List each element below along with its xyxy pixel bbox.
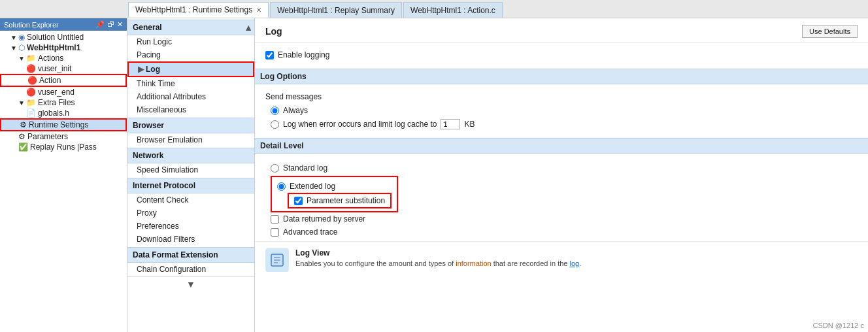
nav-item-additional-attrs[interactable]: Additional Attributes xyxy=(127,90,254,103)
panel-title-text: Log xyxy=(265,26,282,37)
nav-item-content-check[interactable]: Content Check xyxy=(127,193,254,207)
right-panel: Log Use Defaults Enable logging Log Opti… xyxy=(255,18,868,332)
se-header-icons: 📌 🗗 ✕ xyxy=(95,20,123,29)
se-item-vuser-end[interactable]: 🔴 vuser_end xyxy=(0,87,127,97)
nav-item-proxy[interactable]: Proxy xyxy=(127,207,254,220)
solution-icon: ◉ xyxy=(18,33,25,42)
nav-item-speed-simulation[interactable]: Speed Simulation xyxy=(127,163,254,176)
param-sub-row: Parameter substitution xyxy=(288,193,392,208)
radio-standard-label[interactable]: Standard log xyxy=(283,163,327,173)
se-item-globals[interactable]: 📄 globals.h xyxy=(0,108,127,118)
se-item-extra-files[interactable]: ▼ 📁 Extra Files xyxy=(0,97,127,108)
param-sub-checkbox[interactable] xyxy=(294,197,303,205)
tab-runtime[interactable]: WebHttpHtml1 : Runtime Settings ✕ xyxy=(128,2,269,18)
enable-logging-group: Enable logging xyxy=(255,42,868,65)
advanced-trace-row: Advanced trace xyxy=(271,225,858,239)
log-cache-input[interactable] xyxy=(441,119,460,129)
radio-extended-label[interactable]: Extended log xyxy=(290,182,335,191)
lv-highlight: information xyxy=(456,259,491,267)
nav-item-log[interactable]: ▶Log xyxy=(127,61,254,77)
log-options-group: Send messages Always Log when error occu… xyxy=(255,87,868,134)
scroll-up-icon[interactable]: ▲ xyxy=(244,22,253,33)
file-icon: 📄 xyxy=(26,108,36,118)
radio-extended-log-row: Extended log xyxy=(277,180,392,193)
script-icon1: 🔴 xyxy=(26,64,36,73)
left-nav: ▲ General Run Logic Pacing ▶Log Think Ti… xyxy=(127,18,255,332)
data-returned-checkbox[interactable] xyxy=(271,215,279,224)
expand-icon: ▼ xyxy=(10,34,17,41)
log-view-section: Log View Enables you to configure the am… xyxy=(255,241,868,278)
lv-desc-3: . xyxy=(579,259,581,267)
advanced-trace-checkbox[interactable] xyxy=(271,228,279,237)
log-options-title: Log Options xyxy=(255,69,868,84)
se-item-solution[interactable]: ▼ ◉ Solution Untitled xyxy=(0,32,127,42)
enable-logging-checkbox[interactable] xyxy=(265,51,274,59)
panel-title-area: Log Use Defaults xyxy=(255,18,868,42)
expand-icon4: ▼ xyxy=(18,99,25,107)
expand-icon3: ▼ xyxy=(18,55,25,62)
se-item-vuser-init[interactable]: 🔴 vuser_init xyxy=(0,63,127,74)
lv-link[interactable]: log xyxy=(570,259,580,267)
se-item-parameters[interactable]: ⚙ Parameters xyxy=(0,131,127,142)
enable-logging-row: Enable logging xyxy=(265,48,858,62)
close-icon[interactable]: ✕ xyxy=(117,20,123,29)
radio-always-label[interactable]: Always xyxy=(283,106,308,115)
nav-item-download-filters[interactable]: Download Filters xyxy=(127,233,254,246)
nav-section-data-format: Data Format Extension xyxy=(127,247,254,263)
data-returned-row: Data returned by server xyxy=(271,212,858,225)
check-icon: ✅ xyxy=(18,142,28,152)
radio-log-error[interactable] xyxy=(271,120,279,129)
tab-replay[interactable]: WebHttpHtml1 : Replay Summary xyxy=(270,2,402,18)
radio-standard-log[interactable] xyxy=(271,164,279,173)
nav-item-pacing[interactable]: Pacing xyxy=(127,48,254,61)
advanced-trace-label[interactable]: Advanced trace xyxy=(283,227,337,237)
radio-always-row: Always xyxy=(265,104,858,117)
tab-action[interactable]: WebHttpHtml1 : Action.c xyxy=(403,2,503,18)
script-icon2: 🔴 xyxy=(27,76,37,85)
nav-item-run-logic[interactable]: Run Logic xyxy=(127,35,254,48)
tab-replay-label: WebHttpHtml1 : Replay Summary xyxy=(277,6,395,15)
data-returned-label[interactable]: Data returned by server xyxy=(283,214,365,224)
radio-standard-log-row: Standard log xyxy=(265,161,858,174)
extended-log-section: Extended log Parameter substitution xyxy=(271,176,398,212)
se-item-action[interactable]: 🔴 Action xyxy=(0,74,127,87)
se-item-runtime-settings[interactable]: ⚙ Runtime Settings xyxy=(0,118,127,131)
radio-log-error-label[interactable]: Log when error occurs and limit log cach… xyxy=(283,120,437,129)
param-sub-label[interactable]: Parameter substitution xyxy=(307,196,385,205)
nav-item-miscellaneous[interactable]: Miscellaneous xyxy=(127,103,254,116)
log-view-title: Log View xyxy=(295,248,581,257)
scroll-down-icon[interactable]: ▼ xyxy=(127,276,254,292)
tab-close-icon[interactable]: ✕ xyxy=(256,7,261,14)
nav-section-internet-protocol: Internet Protocol xyxy=(127,178,254,193)
radio-extended-log[interactable] xyxy=(277,182,286,191)
nav-section-browser: Browser xyxy=(127,118,254,133)
nav-item-think-time[interactable]: Think Time xyxy=(127,77,254,90)
lv-desc-2: that are recorded in the xyxy=(492,259,570,267)
detail-level-title: Detail Level xyxy=(255,138,868,154)
watermark: CSDN @1212 c xyxy=(813,322,864,329)
folder-icon: 📁 xyxy=(26,54,36,63)
nav-section-general: General xyxy=(127,20,254,35)
se-item-replay[interactable]: ✅ Replay Runs |Pass xyxy=(0,142,127,152)
tab-bar: WebHttpHtml1 : Runtime Settings ✕ WebHtt… xyxy=(0,0,868,18)
se-item-webhttphtml1[interactable]: ▼ ⬡ WebHttpHtml1 xyxy=(0,42,127,53)
float-icon[interactable]: 🗗 xyxy=(107,20,114,29)
se-item-actions[interactable]: ▼ 📁 Actions xyxy=(0,53,127,63)
nav-item-chain-configuration[interactable]: Chain Configuration xyxy=(127,263,254,276)
gear-icon: ⚙ xyxy=(20,120,27,129)
gear-icon2: ⚙ xyxy=(18,132,25,141)
other-checks: Data returned by server Advanced trace xyxy=(265,212,858,239)
log-cache-unit: KB xyxy=(464,120,475,129)
use-defaults-button[interactable]: Use Defaults xyxy=(802,25,858,38)
se-title: Solution Explorer xyxy=(4,21,59,29)
nav-item-browser-emulation[interactable]: Browser Emulation xyxy=(127,133,254,146)
send-messages-label: Send messages xyxy=(265,92,858,101)
nav-arrow-icon: ▶ xyxy=(138,65,144,74)
solution-explorer: Solution Explorer 📌 🗗 ✕ ▼ ◉ Solution Unt… xyxy=(0,18,127,332)
radio-always[interactable] xyxy=(271,107,279,115)
pin-icon[interactable]: 📌 xyxy=(95,20,105,29)
enable-logging-label[interactable]: Enable logging xyxy=(278,50,329,59)
nav-item-preferences[interactable]: Preferences xyxy=(127,220,254,233)
tab-action-label: WebHttpHtml1 : Action.c xyxy=(410,6,495,15)
script-icon3: 🔴 xyxy=(26,88,36,97)
